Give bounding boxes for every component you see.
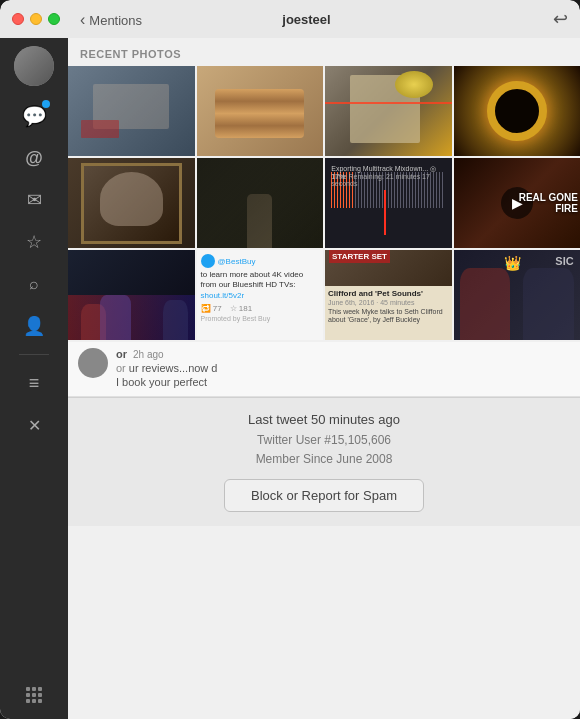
photo-10[interactable]: @BestBuy to learn more about 4K video fr…	[197, 250, 324, 340]
photo-1[interactable]	[68, 66, 195, 156]
title-bar: ‹ Mentions joesteel ↩	[0, 0, 580, 38]
video-title: REAL GONEFIRE	[519, 192, 578, 214]
star-icon: ☆	[26, 231, 42, 253]
sidebar: 💬 @ ✉ ☆ ⌕ 👤 ≡ ✕	[0, 38, 68, 719]
mention-text: or ur reviews...now dI book your perfect	[116, 361, 570, 390]
lists-icon: ≡	[29, 373, 40, 394]
grid-icon[interactable]	[26, 687, 42, 703]
mention-item: or 2h ago or ur reviews...now dI book yo…	[68, 342, 580, 397]
sidebar-item-block[interactable]: ✕	[16, 407, 52, 443]
user-info-2: Member Since June 2008	[80, 450, 568, 469]
mention-time: 2h ago	[133, 349, 164, 360]
back-chevron-icon: ‹	[80, 11, 85, 29]
photo-grid: Exporting Multitrack Mixdown... ◎ 17% Ti…	[68, 66, 580, 342]
photo-8[interactable]: ▶ REAL GONEFIRE	[454, 158, 581, 248]
sidebar-item-favorites[interactable]: ☆	[16, 224, 52, 260]
sidebar-bottom	[26, 679, 42, 711]
compose-icon[interactable]: ↩	[553, 8, 568, 30]
block-report-button[interactable]: Block or Report for Spam	[224, 479, 424, 512]
photo-3[interactable]	[325, 66, 452, 156]
last-tweet: Last tweet 50 minutes ago	[80, 412, 568, 427]
minimize-button[interactable]	[30, 13, 42, 25]
messages-icon: 💬	[22, 104, 47, 128]
sidebar-item-search[interactable]: ⌕	[16, 266, 52, 302]
content-area: RECENT PHOTOS	[68, 38, 580, 719]
mention-avatar	[78, 348, 108, 378]
photo-9[interactable]	[68, 250, 195, 340]
block-icon: ✕	[28, 416, 41, 435]
app-container: 💬 @ ✉ ☆ ⌕ 👤 ≡ ✕	[0, 38, 580, 719]
recent-photos-label: RECENT PHOTOS	[68, 38, 580, 66]
sidebar-item-lists[interactable]: ≡	[16, 365, 52, 401]
search-icon: ⌕	[29, 275, 39, 293]
page-title: joesteel	[282, 12, 330, 27]
photo-2[interactable]	[197, 66, 324, 156]
zoom-button[interactable]	[48, 13, 60, 25]
mention-content: or 2h ago or ur reviews...now dI book yo…	[116, 348, 570, 390]
mention-name: or	[116, 348, 127, 360]
back-label[interactable]: Mentions	[89, 13, 142, 28]
photo-12[interactable]: 👑 SIC	[454, 250, 581, 340]
photo-11[interactable]: STARTER SET Clifford and 'Pet Sounds' Ju…	[325, 250, 452, 340]
sidebar-item-mentions[interactable]: @	[16, 140, 52, 176]
user-info-1: Twitter User #15,105,606	[80, 431, 568, 450]
photo-6[interactable]	[197, 158, 324, 248]
sidebar-item-messages[interactable]: 💬	[16, 98, 52, 134]
photo-5[interactable]	[68, 158, 195, 248]
photo-7[interactable]: Exporting Multitrack Mixdown... ◎ 17% Ti…	[325, 158, 452, 248]
mentions-icon: @	[25, 148, 43, 169]
messages-badge	[42, 100, 50, 108]
sidebar-item-mail[interactable]: ✉	[16, 182, 52, 218]
photo-4[interactable]	[454, 66, 581, 156]
close-button[interactable]	[12, 13, 24, 25]
footer: Last tweet 50 minutes ago Twitter User #…	[68, 397, 580, 526]
traffic-lights	[12, 13, 60, 25]
sidebar-divider	[19, 354, 49, 355]
avatar[interactable]	[14, 46, 54, 86]
person-icon: 👤	[23, 315, 45, 337]
sidebar-item-profile[interactable]: 👤	[16, 308, 52, 344]
mail-icon: ✉	[27, 189, 42, 211]
